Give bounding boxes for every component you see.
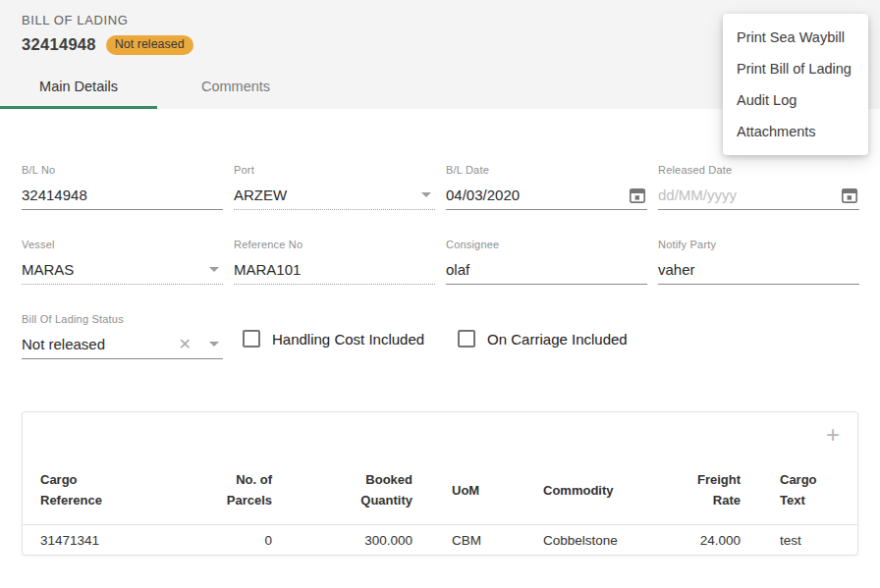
- on-carriage-checkbox-label: On Carriage Included: [487, 331, 628, 347]
- notify-party-value: vaher: [658, 261, 859, 278]
- cell-no-of-parcels: 0: [219, 525, 272, 556]
- port-select[interactable]: ARZEW: [234, 181, 435, 210]
- bol-status-value: Not released: [22, 336, 179, 352]
- menu-item-attachments[interactable]: Attachments: [723, 116, 868, 147]
- bl-no-label: B/L No: [22, 164, 223, 176]
- column-header-freight-rate: Freight Rate: [663, 457, 741, 525]
- vessel-select[interactable]: MARAS: [22, 255, 223, 285]
- menu-item-print-sea-waybill[interactable]: Print Sea Waybill: [723, 22, 868, 53]
- field-port: Port ARZEW: [234, 164, 435, 210]
- reference-no-label: Reference No: [234, 239, 435, 250]
- field-bl-no: B/L No 32414948: [22, 164, 223, 210]
- context-menu: Print Sea Waybill Print Bill of Lading A…: [723, 14, 868, 155]
- form-grid: B/L No 32414948 Port ARZEW B/L Date 04/0…: [22, 164, 858, 285]
- cargo-table-header-row: Cargo Reference No. of Parcels Booked Qu…: [23, 457, 857, 525]
- consignee-value: olaf: [446, 261, 647, 278]
- calendar-icon[interactable]: [628, 186, 647, 205]
- field-notify-party: Notify Party vaher: [658, 239, 859, 285]
- clear-icon[interactable]: ✕: [179, 337, 192, 352]
- column-header-commodity: Commodity: [506, 457, 663, 525]
- column-header-cargo-reference: Cargo Reference: [23, 457, 219, 525]
- bl-no-value: 32414948: [22, 187, 223, 203]
- cell-cargo-text: test: [741, 525, 857, 556]
- tab-main-details-label: Main Details: [39, 79, 118, 94]
- column-header-uom: UoM: [412, 457, 506, 525]
- column-header-no-of-parcels: No. of Parcels: [219, 457, 272, 525]
- status-and-options-row: Bill Of Lading Status Not released ✕ Han…: [22, 313, 858, 359]
- reference-no-input[interactable]: MARA101: [234, 255, 435, 285]
- column-header-booked-quantity: Booked Quantity: [272, 457, 412, 525]
- consignee-input[interactable]: olaf: [446, 255, 647, 285]
- field-vessel: Vessel MARAS: [22, 239, 223, 285]
- document-number: 32414948: [22, 35, 96, 54]
- cell-uom: CBM: [412, 525, 506, 556]
- released-date-placeholder: dd/MM/yyyy: [658, 187, 834, 203]
- chevron-down-icon: [421, 192, 431, 197]
- vessel-label: Vessel: [22, 239, 223, 250]
- cell-cargo-reference: 31471341: [23, 525, 219, 556]
- bol-status-select[interactable]: Not released ✕: [22, 330, 223, 359]
- cell-booked-quantity: 300.000: [272, 525, 412, 556]
- bl-date-label: B/L Date: [446, 164, 647, 176]
- checkbox-icon[interactable]: [458, 330, 475, 347]
- tab-bar: Main Details Comments: [0, 66, 314, 109]
- reference-no-value: MARA101: [234, 261, 435, 278]
- notify-party-label: Notify Party: [658, 239, 859, 250]
- port-value: ARZEW: [234, 187, 413, 203]
- bl-date-value: 04/03/2020: [446, 187, 622, 203]
- bill-of-lading-page: BILL OF LADING 32414948 Not released Mai…: [0, 0, 880, 556]
- cargo-table: Cargo Reference No. of Parcels Booked Qu…: [23, 457, 857, 555]
- chevron-down-icon: [209, 267, 219, 272]
- status-badge: Not released: [106, 35, 193, 55]
- menu-item-audit-log[interactable]: Audit Log: [723, 84, 868, 116]
- notify-party-input[interactable]: vaher: [658, 255, 859, 285]
- handling-cost-checkbox-label: Handling Cost Included: [272, 331, 424, 347]
- bol-status-label: Bill Of Lading Status: [22, 313, 223, 325]
- cargo-card-toolbar: +: [23, 412, 857, 457]
- cell-freight-rate: 24.000: [663, 525, 741, 556]
- released-date-label: Released Date: [658, 164, 859, 176]
- bl-date-input[interactable]: 04/03/2020: [446, 181, 647, 210]
- field-bl-date: B/L Date 04/03/2020: [446, 164, 647, 210]
- field-consignee: Consignee olaf: [446, 239, 647, 285]
- handling-cost-checkbox-item[interactable]: Handling Cost Included: [243, 330, 424, 347]
- on-carriage-checkbox-item[interactable]: On Carriage Included: [458, 330, 628, 347]
- checkbox-icon[interactable]: [243, 330, 260, 347]
- consignee-label: Consignee: [446, 239, 647, 250]
- chevron-down-icon: [209, 342, 219, 347]
- calendar-icon[interactable]: [840, 186, 859, 205]
- port-label: Port: [234, 164, 435, 176]
- menu-item-print-bill-of-lading[interactable]: Print Bill of Lading: [723, 53, 868, 84]
- table-row[interactable]: 31471341 0 300.000 CBM Cobbelstone 24.00…: [23, 525, 857, 556]
- tab-main-details[interactable]: Main Details: [0, 66, 157, 109]
- main-details-panel: B/L No 32414948 Port ARZEW B/L Date 04/0…: [0, 109, 880, 556]
- field-reference-no: Reference No MARA101: [234, 239, 435, 285]
- bl-no-input[interactable]: 32414948: [22, 181, 223, 210]
- add-cargo-line-button[interactable]: +: [826, 423, 840, 447]
- released-date-input[interactable]: dd/MM/yyyy: [658, 181, 859, 210]
- column-header-cargo-text: Cargo Text: [741, 457, 857, 525]
- cargo-lines-card: + Cargo Reference No. of Parcels Booked …: [22, 411, 858, 556]
- tab-comments-label: Comments: [201, 79, 270, 94]
- field-released-date: Released Date dd/MM/yyyy: [658, 164, 859, 210]
- field-bol-status: Bill Of Lading Status Not released ✕: [22, 313, 223, 359]
- vessel-value: MARAS: [22, 261, 201, 278]
- cell-commodity: Cobbelstone: [506, 525, 663, 556]
- tab-comments[interactable]: Comments: [157, 66, 314, 109]
